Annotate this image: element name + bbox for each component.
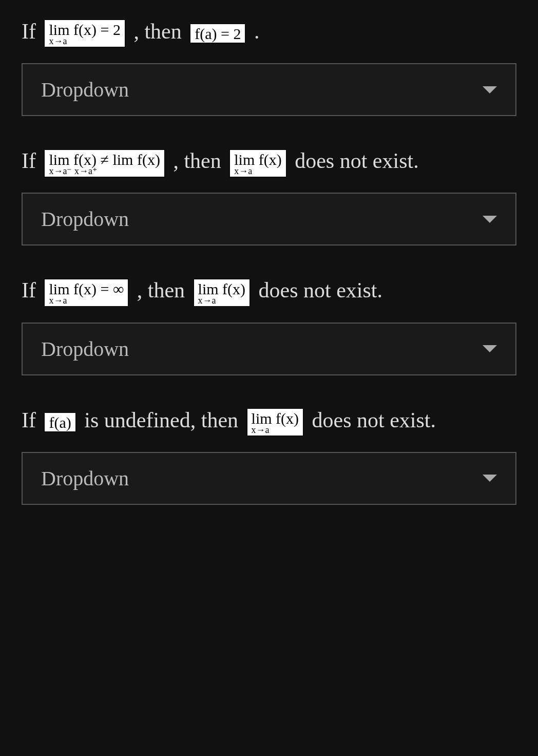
answer-dropdown-4[interactable]: Dropdown <box>22 452 516 505</box>
dropdown-label: Dropdown <box>41 78 129 102</box>
text: does not exist. <box>259 278 382 302</box>
text: does not exist. <box>295 149 418 173</box>
question-3: If lim f(x) = ∞ x→a , then lim f(x) x→a … <box>22 273 516 375</box>
math-line-top: lim f(x) ≠ lim f(x) <box>49 152 160 167</box>
math-image: lim f(x) = 2 x→a <box>44 20 125 47</box>
math-line-top: lim f(x) <box>234 152 281 167</box>
math-image: lim f(x) x→a <box>247 408 303 436</box>
text: If <box>22 408 41 432</box>
text: is undefined, then <box>84 408 243 432</box>
math-line: f(a) <box>49 415 71 430</box>
question-2: If lim f(x) ≠ lim f(x) x→a⁻ x→a⁺ , then … <box>22 144 516 245</box>
dropdown-label: Dropdown <box>41 337 129 361</box>
answer-dropdown-1[interactable]: Dropdown <box>22 63 516 116</box>
chevron-down-icon <box>483 345 497 352</box>
page: If lim f(x) = 2 x→a , then f(a) = 2 . Dr… <box>0 0 538 756</box>
math-line-top: lim f(x) <box>198 281 245 297</box>
question-1: If lim f(x) = 2 x→a , then f(a) = 2 . Dr… <box>22 14 516 116</box>
text: , then <box>133 20 187 43</box>
text: If <box>22 149 41 173</box>
math-line-top: lim f(x) = ∞ <box>49 281 124 297</box>
question-4: If f(a) is undefined, then lim f(x) x→a … <box>22 403 516 505</box>
math-image: f(a) <box>44 412 75 432</box>
text: does not exist. <box>312 408 436 432</box>
question-3-prompt: If lim f(x) = ∞ x→a , then lim f(x) x→a … <box>22 273 516 308</box>
math-line-top: lim f(x) <box>252 411 299 426</box>
chevron-down-icon <box>483 216 497 223</box>
text: . <box>254 20 260 43</box>
dropdown-label: Dropdown <box>41 207 129 231</box>
chevron-down-icon <box>483 475 497 482</box>
question-2-prompt: If lim f(x) ≠ lim f(x) x→a⁻ x→a⁺ , then … <box>22 144 516 178</box>
math-image: f(a) = 2 <box>190 24 245 43</box>
math-line-top: lim f(x) = 2 <box>49 22 120 37</box>
math-image: lim f(x) x→a <box>194 279 250 307</box>
answer-dropdown-2[interactable]: Dropdown <box>22 193 516 245</box>
text: If <box>22 278 41 302</box>
text: , then <box>137 278 190 302</box>
text: If <box>22 20 41 43</box>
dropdown-label: Dropdown <box>41 466 129 490</box>
math-image: lim f(x) ≠ lim f(x) x→a⁻ x→a⁺ <box>44 149 164 177</box>
math-image: lim f(x) = ∞ x→a <box>44 279 128 307</box>
chevron-down-icon <box>483 86 497 93</box>
question-1-prompt: If lim f(x) = 2 x→a , then f(a) = 2 . <box>22 14 516 49</box>
text: , then <box>173 149 226 173</box>
question-4-prompt: If f(a) is undefined, then lim f(x) x→a … <box>22 403 516 438</box>
math-image: lim f(x) x→a <box>229 149 286 177</box>
math-line-bot: x→a <box>49 36 120 46</box>
answer-dropdown-3[interactable]: Dropdown <box>22 323 516 375</box>
math-line: f(a) = 2 <box>195 26 241 42</box>
